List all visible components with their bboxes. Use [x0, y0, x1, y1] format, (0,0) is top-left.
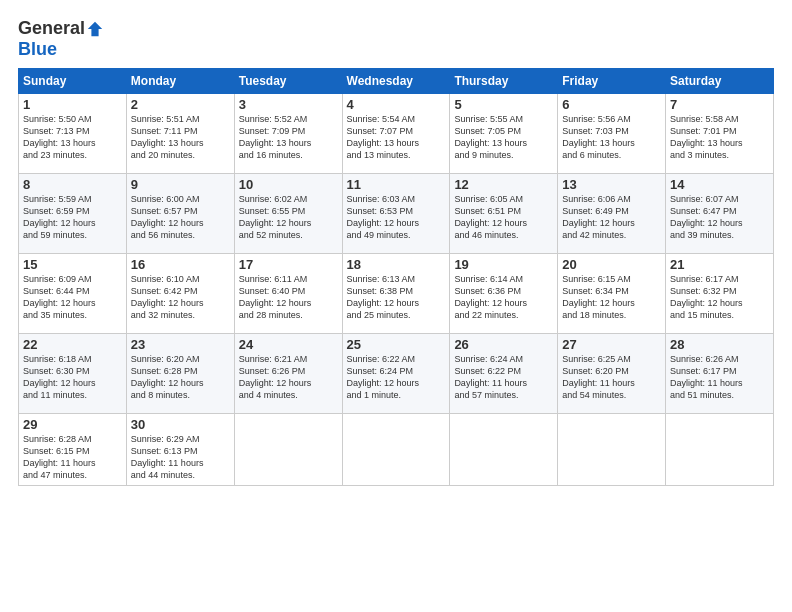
calendar-cell: 2Sunrise: 5:51 AM Sunset: 7:11 PM Daylig… — [126, 94, 234, 174]
calendar-cell: 7Sunrise: 5:58 AM Sunset: 7:01 PM Daylig… — [666, 94, 774, 174]
day-info: Sunrise: 6:07 AM Sunset: 6:47 PM Dayligh… — [670, 193, 769, 242]
calendar-cell: 3Sunrise: 5:52 AM Sunset: 7:09 PM Daylig… — [234, 94, 342, 174]
day-number: 6 — [562, 97, 661, 112]
day-info: Sunrise: 6:02 AM Sunset: 6:55 PM Dayligh… — [239, 193, 338, 242]
day-info: Sunrise: 5:50 AM Sunset: 7:13 PM Dayligh… — [23, 113, 122, 162]
calendar-cell: 18Sunrise: 6:13 AM Sunset: 6:38 PM Dayli… — [342, 254, 450, 334]
calendar-cell: 24Sunrise: 6:21 AM Sunset: 6:26 PM Dayli… — [234, 334, 342, 414]
calendar-cell: 16Sunrise: 6:10 AM Sunset: 6:42 PM Dayli… — [126, 254, 234, 334]
calendar-cell: 4Sunrise: 5:54 AM Sunset: 7:07 PM Daylig… — [342, 94, 450, 174]
calendar-cell: 28Sunrise: 6:26 AM Sunset: 6:17 PM Dayli… — [666, 334, 774, 414]
weekday-header: Sunday — [19, 69, 127, 94]
calendar-cell: 12Sunrise: 6:05 AM Sunset: 6:51 PM Dayli… — [450, 174, 558, 254]
calendar-cell: 29Sunrise: 6:28 AM Sunset: 6:15 PM Dayli… — [19, 414, 127, 486]
calendar-cell: 22Sunrise: 6:18 AM Sunset: 6:30 PM Dayli… — [19, 334, 127, 414]
calendar-cell: 14Sunrise: 6:07 AM Sunset: 6:47 PM Dayli… — [666, 174, 774, 254]
calendar-cell: 13Sunrise: 6:06 AM Sunset: 6:49 PM Dayli… — [558, 174, 666, 254]
calendar-cell: 26Sunrise: 6:24 AM Sunset: 6:22 PM Dayli… — [450, 334, 558, 414]
day-info: Sunrise: 6:20 AM Sunset: 6:28 PM Dayligh… — [131, 353, 230, 402]
calendar-cell — [666, 414, 774, 486]
day-info: Sunrise: 6:26 AM Sunset: 6:17 PM Dayligh… — [670, 353, 769, 402]
calendar-cell: 9Sunrise: 6:00 AM Sunset: 6:57 PM Daylig… — [126, 174, 234, 254]
day-info: Sunrise: 6:09 AM Sunset: 6:44 PM Dayligh… — [23, 273, 122, 322]
day-info: Sunrise: 6:11 AM Sunset: 6:40 PM Dayligh… — [239, 273, 338, 322]
day-info: Sunrise: 5:51 AM Sunset: 7:11 PM Dayligh… — [131, 113, 230, 162]
calendar-cell: 11Sunrise: 6:03 AM Sunset: 6:53 PM Dayli… — [342, 174, 450, 254]
day-info: Sunrise: 6:17 AM Sunset: 6:32 PM Dayligh… — [670, 273, 769, 322]
day-number: 23 — [131, 337, 230, 352]
logo-general-text: General — [18, 18, 85, 39]
day-number: 14 — [670, 177, 769, 192]
day-number: 30 — [131, 417, 230, 432]
day-number: 21 — [670, 257, 769, 272]
calendar-cell: 8Sunrise: 5:59 AM Sunset: 6:59 PM Daylig… — [19, 174, 127, 254]
day-number: 2 — [131, 97, 230, 112]
day-info: Sunrise: 6:00 AM Sunset: 6:57 PM Dayligh… — [131, 193, 230, 242]
day-number: 7 — [670, 97, 769, 112]
logo: General Blue — [18, 18, 104, 60]
day-number: 27 — [562, 337, 661, 352]
day-number: 18 — [347, 257, 446, 272]
calendar-cell: 21Sunrise: 6:17 AM Sunset: 6:32 PM Dayli… — [666, 254, 774, 334]
day-number: 19 — [454, 257, 553, 272]
calendar-cell: 27Sunrise: 6:25 AM Sunset: 6:20 PM Dayli… — [558, 334, 666, 414]
weekday-header: Saturday — [666, 69, 774, 94]
day-number: 9 — [131, 177, 230, 192]
calendar-cell: 19Sunrise: 6:14 AM Sunset: 6:36 PM Dayli… — [450, 254, 558, 334]
day-info: Sunrise: 6:13 AM Sunset: 6:38 PM Dayligh… — [347, 273, 446, 322]
weekday-header: Thursday — [450, 69, 558, 94]
day-number: 10 — [239, 177, 338, 192]
day-number: 25 — [347, 337, 446, 352]
weekday-header: Monday — [126, 69, 234, 94]
day-number: 8 — [23, 177, 122, 192]
day-info: Sunrise: 5:56 AM Sunset: 7:03 PM Dayligh… — [562, 113, 661, 162]
day-number: 26 — [454, 337, 553, 352]
day-info: Sunrise: 6:06 AM Sunset: 6:49 PM Dayligh… — [562, 193, 661, 242]
calendar-cell — [450, 414, 558, 486]
day-info: Sunrise: 6:05 AM Sunset: 6:51 PM Dayligh… — [454, 193, 553, 242]
day-info: Sunrise: 5:59 AM Sunset: 6:59 PM Dayligh… — [23, 193, 122, 242]
calendar-cell: 17Sunrise: 6:11 AM Sunset: 6:40 PM Dayli… — [234, 254, 342, 334]
day-info: Sunrise: 5:58 AM Sunset: 7:01 PM Dayligh… — [670, 113, 769, 162]
day-info: Sunrise: 5:52 AM Sunset: 7:09 PM Dayligh… — [239, 113, 338, 162]
day-number: 17 — [239, 257, 338, 272]
day-number: 11 — [347, 177, 446, 192]
header: General Blue — [18, 18, 774, 60]
day-number: 22 — [23, 337, 122, 352]
day-number: 29 — [23, 417, 122, 432]
calendar-cell — [558, 414, 666, 486]
day-number: 4 — [347, 97, 446, 112]
calendar-cell: 10Sunrise: 6:02 AM Sunset: 6:55 PM Dayli… — [234, 174, 342, 254]
weekday-header: Wednesday — [342, 69, 450, 94]
day-number: 3 — [239, 97, 338, 112]
logo-icon — [86, 20, 104, 38]
day-info: Sunrise: 6:14 AM Sunset: 6:36 PM Dayligh… — [454, 273, 553, 322]
day-number: 1 — [23, 97, 122, 112]
weekday-header: Friday — [558, 69, 666, 94]
day-number: 15 — [23, 257, 122, 272]
calendar-page: General Blue SundayMondayTuesdayWednesda… — [0, 0, 792, 612]
day-info: Sunrise: 6:18 AM Sunset: 6:30 PM Dayligh… — [23, 353, 122, 402]
day-info: Sunrise: 6:10 AM Sunset: 6:42 PM Dayligh… — [131, 273, 230, 322]
day-info: Sunrise: 5:55 AM Sunset: 7:05 PM Dayligh… — [454, 113, 553, 162]
calendar-table: SundayMondayTuesdayWednesdayThursdayFrid… — [18, 68, 774, 486]
calendar-cell — [234, 414, 342, 486]
calendar-cell: 15Sunrise: 6:09 AM Sunset: 6:44 PM Dayli… — [19, 254, 127, 334]
calendar-cell: 20Sunrise: 6:15 AM Sunset: 6:34 PM Dayli… — [558, 254, 666, 334]
logo-blue-text: Blue — [18, 39, 57, 60]
day-info: Sunrise: 6:24 AM Sunset: 6:22 PM Dayligh… — [454, 353, 553, 402]
calendar-cell: 6Sunrise: 5:56 AM Sunset: 7:03 PM Daylig… — [558, 94, 666, 174]
day-number: 20 — [562, 257, 661, 272]
calendar-cell — [342, 414, 450, 486]
calendar-cell: 23Sunrise: 6:20 AM Sunset: 6:28 PM Dayli… — [126, 334, 234, 414]
day-info: Sunrise: 6:21 AM Sunset: 6:26 PM Dayligh… — [239, 353, 338, 402]
day-info: Sunrise: 6:22 AM Sunset: 6:24 PM Dayligh… — [347, 353, 446, 402]
calendar-cell: 1Sunrise: 5:50 AM Sunset: 7:13 PM Daylig… — [19, 94, 127, 174]
day-info: Sunrise: 5:54 AM Sunset: 7:07 PM Dayligh… — [347, 113, 446, 162]
svg-marker-0 — [88, 21, 102, 35]
day-info: Sunrise: 6:29 AM Sunset: 6:13 PM Dayligh… — [131, 433, 230, 482]
day-number: 13 — [562, 177, 661, 192]
calendar-cell: 30Sunrise: 6:29 AM Sunset: 6:13 PM Dayli… — [126, 414, 234, 486]
weekday-header: Tuesday — [234, 69, 342, 94]
day-number: 12 — [454, 177, 553, 192]
